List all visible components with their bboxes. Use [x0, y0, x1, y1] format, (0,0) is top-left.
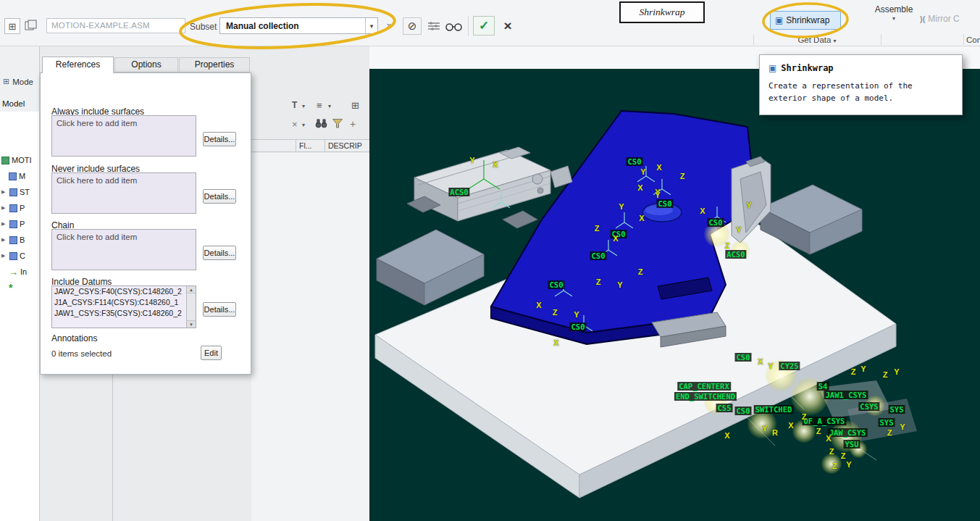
tooltip-title: Shrinkwrap — [781, 63, 833, 73]
axis-letter: X — [724, 431, 729, 440]
selection-filter-icon[interactable]: ⊞ — [4, 18, 20, 34]
tree-item[interactable]: ▶C — [0, 248, 39, 264]
annotations-status: 0 items selected — [51, 349, 112, 358]
axis-letter: X — [613, 234, 618, 243]
details-button[interactable]: Details... — [203, 132, 236, 146]
csys-label: CS0 — [735, 353, 752, 362]
tree-item[interactable]: ▶P — [0, 200, 39, 216]
shrinkwrap-tooltip: ▣ Shrinkwrap Create a representation of … — [759, 54, 963, 115]
shrinkwrap-icon: ▣ — [768, 63, 776, 73]
get-data-group-label[interactable]: Get Data ▾ — [757, 36, 877, 44]
clear-search-icon[interactable]: × — [292, 119, 298, 130]
mirror-component-button[interactable]: )( Mirror C — [920, 14, 960, 24]
ok-button[interactable]: ✓ — [473, 16, 495, 36]
chevron-down-icon[interactable]: ▾ — [365, 18, 377, 33]
list-view-icon[interactable]: ≡ — [317, 100, 322, 111]
tree-item[interactable]: ▶ST — [0, 184, 39, 200]
binoculars-icon[interactable] — [315, 119, 327, 128]
csys-label: CS0 — [708, 218, 724, 227]
csys-label: JAW_CSYS — [828, 428, 868, 437]
scroll-up-icon[interactable]: ▲ — [187, 286, 196, 293]
copy-tool-icon[interactable] — [25, 20, 38, 34]
tab-references[interactable]: References — [42, 57, 114, 73]
expand-arrow-icon[interactable]: ▶ — [1, 205, 7, 211]
filter-funnel-icon[interactable] — [332, 119, 343, 128]
ribbon: ⊞ MOTION-EXAMPLE.ASM Subset Manual colle… — [0, 0, 980, 46]
details-button[interactable]: Details... — [203, 189, 236, 204]
settings-grid-icon[interactable]: ⊞ — [351, 100, 359, 111]
component-group-label: Con — [966, 36, 980, 44]
csys-label: CS0 — [735, 407, 752, 415]
expand-arrow-icon[interactable]: ▶ — [1, 221, 7, 227]
tree-item[interactable]: MOTI — [0, 152, 39, 168]
tree-item-label: C — [20, 251, 25, 260]
tab-options[interactable]: Options — [114, 57, 178, 72]
part-icon — [9, 220, 17, 228]
part-icon — [9, 252, 17, 260]
model-tree-list: MOTIM▶ST▶P▶P▶B▶C→In* — [0, 112, 39, 521]
datum-display-icon[interactable] — [427, 21, 440, 34]
datum-list-item[interactable]: JAW2_CSYS:F40(CSYS):C148260_2 — [52, 286, 185, 297]
axis-letter: Z — [816, 427, 821, 435]
chevron-down-icon[interactable]: ▾ — [302, 122, 305, 128]
details-button[interactable]: Details... — [203, 302, 236, 317]
never-include-collector[interactable]: Click here to add item — [51, 172, 196, 214]
scroll-down-icon[interactable]: ▼ — [187, 320, 196, 328]
pause-preview-icon[interactable]: ⊘ — [403, 17, 422, 35]
chevron-down-icon[interactable]: ▾ — [328, 103, 331, 109]
tree-item[interactable]: * — [0, 280, 39, 296]
tree-item[interactable]: ▶P — [0, 216, 39, 232]
list-scrollbar[interactable]: ▲ ▼ — [186, 286, 196, 328]
tree-icon: ⊞ — [3, 77, 9, 86]
glasses-preview-icon[interactable] — [445, 22, 463, 35]
csys-label: ACS0 — [725, 250, 746, 259]
tree-filters-icon[interactable]: T — [292, 100, 297, 110]
axis-letter: Y — [574, 310, 579, 319]
tree-item[interactable]: M — [0, 168, 39, 184]
shrinkwrap-overlay-label: Shrinkwrap — [619, 1, 705, 23]
csys-label: SYS — [889, 405, 905, 414]
axis-letter: Y — [469, 156, 474, 164]
viewport[interactable]: YXACS0YXCS0ZXYCS0YXZCS0XCS0XZYCS0XCS0XYZ… — [369, 69, 980, 521]
tree-item-label: MOTI — [12, 156, 32, 164]
column-header[interactable]: Fl... — [296, 140, 324, 151]
tab-properties[interactable]: Properties — [179, 57, 250, 72]
shrinkwrap-button[interactable]: ▣ Shrinkwrap — [770, 11, 841, 30]
tree-item[interactable]: →In — [0, 264, 39, 280]
axis-letter: X — [553, 338, 558, 347]
expand-arrow-icon[interactable]: ▶ — [1, 237, 7, 243]
expand-arrow-icon[interactable]: ▶ — [1, 189, 7, 195]
part-icon — [9, 236, 17, 244]
chain-collector[interactable]: Click here to add item — [51, 229, 196, 270]
axis-letter: R — [772, 428, 778, 437]
assemble-button[interactable]: Assemble ▾ — [871, 4, 916, 22]
tree-item[interactable]: ▶B — [0, 232, 39, 248]
csys-label: ACS0 — [448, 188, 469, 196]
include-datums-list[interactable]: JAW2_CSYS:F40(CSYS):C148260_2 J1A_CSYS:F… — [51, 285, 196, 328]
column-header[interactable]: DESCRIP — [324, 140, 369, 151]
chevron-down-icon[interactable]: ▾ — [834, 38, 837, 44]
app-window: T ▾ ≡ ▾ ⊞ × ▾ + Fl... DESCRIP — [0, 0, 980, 521]
model-tree-header[interactable]: ⊞ Mode — [3, 77, 33, 86]
expand-arrow-icon[interactable]: ▶ — [1, 253, 7, 259]
collection-dropdown-value: Manual collection — [220, 21, 365, 31]
model-tree-pane-label: Model — [2, 99, 25, 108]
details-button[interactable]: Details... — [203, 246, 236, 260]
datum-list-item[interactable]: JAW1_CSYS:F35(CSYS):C148260_2 — [52, 308, 185, 319]
pane-divider — [112, 375, 113, 521]
group-separator — [881, 34, 881, 45]
collection-dropdown[interactable]: Manual collection ▾ — [219, 17, 378, 34]
model-name-field[interactable]: MOTION-EXAMPLE.ASM — [46, 18, 185, 33]
axis-letter: Y — [762, 424, 767, 433]
datum-list-item[interactable]: J1A_CSYS:F114(CSYS):C148260_1 — [52, 297, 185, 308]
chevron-down-icon[interactable]: ▾ — [871, 15, 916, 22]
axis-letter: X — [536, 301, 541, 309]
edit-button[interactable]: Edit — [201, 346, 222, 360]
axis-letter: Z — [802, 412, 807, 421]
axis-letter: Z — [829, 447, 834, 456]
always-include-collector[interactable]: Click here to add item — [51, 115, 196, 157]
cancel-button[interactable]: × — [500, 17, 516, 35]
chevron-down-icon[interactable]: ▾ — [302, 103, 305, 109]
axis-letter: Y — [860, 364, 866, 373]
add-icon[interactable]: + — [350, 118, 356, 130]
